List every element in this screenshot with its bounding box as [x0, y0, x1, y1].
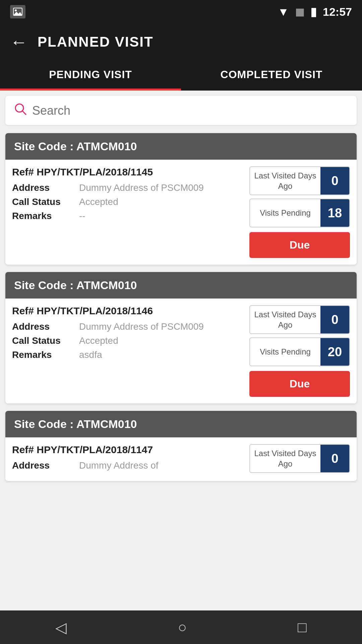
- card-row-remarks-1: Remarks --: [12, 211, 244, 221]
- remarks-value-1: --: [79, 211, 244, 221]
- card-header-2: Site Code : ATMCM010: [5, 272, 357, 299]
- cards-container: Site Code : ATMCM010 Ref# HPY/TKT/PLA/20…: [0, 130, 362, 486]
- address-value-1: Dummy Address of PSCM009: [79, 182, 244, 193]
- remarks-label-2: Remarks: [12, 350, 79, 360]
- search-input[interactable]: [32, 104, 348, 118]
- callstatus-value-1: Accepted: [79, 197, 244, 207]
- card-row-address-1: Address Dummy Address of PSCM009: [12, 182, 244, 193]
- svg-marker-2: [13, 12, 22, 15]
- nav-back-icon[interactable]: ◁: [55, 619, 67, 636]
- svg-point-1: [15, 9, 17, 11]
- card-ref-2: Ref# HPY/TKT/PLA/2018/1146: [12, 305, 244, 317]
- site-code-3: Site Code : ATMCM010: [14, 418, 137, 430]
- card-info-3: Ref# HPY/TKT/PLA/2018/1147 Address Dummy…: [12, 444, 244, 474]
- gallery-icon: [10, 5, 25, 18]
- address-label-3: Address: [12, 460, 79, 471]
- tab-pending-visit[interactable]: PENDING VISIT: [0, 60, 181, 91]
- site-code-1: Site Code : ATMCM010: [14, 140, 137, 153]
- last-visited-box-2: Last Visited Days Ago 0: [249, 305, 350, 334]
- card-info-2: Ref# HPY/TKT/PLA/2018/1146 Address Dummy…: [12, 305, 244, 397]
- last-visited-label-3: Last Visited Days Ago: [250, 445, 320, 472]
- card-ref-3: Ref# HPY/TKT/PLA/2018/1147: [12, 444, 244, 455]
- status-bar-left: [10, 5, 25, 18]
- visits-pending-box-1: Visits Pending 18: [249, 199, 350, 227]
- due-button-2[interactable]: Due: [249, 371, 350, 397]
- visits-pending-value-1: 18: [320, 199, 349, 227]
- last-visited-value-1: 0: [320, 166, 349, 195]
- last-visited-label-1: Last Visited Days Ago: [250, 168, 320, 194]
- last-visited-box-3: Last Visited Days Ago 0: [249, 444, 350, 473]
- svg-line-4: [22, 111, 26, 115]
- card-row-callstatus-1: Call Status Accepted: [12, 197, 244, 207]
- visits-pending-box-2: Visits Pending 20: [249, 337, 350, 366]
- card-header-3: Site Code : ATMCM010: [5, 411, 357, 437]
- due-button-1[interactable]: Due: [249, 232, 350, 258]
- last-visited-label-2: Last Visited Days Ago: [250, 307, 320, 333]
- callstatus-label-1: Call Status: [12, 197, 79, 207]
- header: ← PLANNED VISIT: [0, 23, 362, 60]
- visits-pending-label-1: Visits Pending: [250, 205, 320, 221]
- svg-point-3: [15, 104, 23, 112]
- back-button[interactable]: ←: [10, 33, 27, 51]
- page-title: PLANNED VISIT: [38, 34, 154, 50]
- last-visited-value-3: 0: [320, 444, 349, 473]
- card-row-remarks-2: Remarks asdfa: [12, 350, 244, 360]
- visit-card-2: Site Code : ATMCM010 Ref# HPY/TKT/PLA/20…: [5, 272, 357, 404]
- nav-recents-icon[interactable]: □: [298, 619, 307, 636]
- search-container: [5, 96, 357, 125]
- card-stats-3: Last Visited Days Ago 0: [249, 444, 350, 474]
- remarks-value-2: asdfa: [79, 350, 244, 360]
- last-visited-value-2: 0: [320, 305, 349, 334]
- address-label-1: Address: [12, 182, 79, 193]
- remarks-label-1: Remarks: [12, 211, 79, 221]
- site-code-2: Site Code : ATMCM010: [14, 279, 137, 291]
- status-bar-right: ▼ ◼ ▮ 12:57: [278, 5, 352, 18]
- card-header-1: Site Code : ATMCM010: [5, 133, 357, 160]
- battery-icon: ▮: [310, 5, 317, 18]
- card-row-callstatus-2: Call Status Accepted: [12, 335, 244, 346]
- visit-card-3: Site Code : ATMCM010 Ref# HPY/TKT/PLA/20…: [5, 411, 357, 481]
- last-visited-box-1: Last Visited Days Ago 0: [249, 166, 350, 195]
- callstatus-value-2: Accepted: [79, 335, 244, 346]
- address-label-2: Address: [12, 321, 79, 332]
- card-ref-1: Ref# HPY/TKT/PLA/2018/1145: [12, 166, 244, 178]
- search-icon: [14, 103, 27, 118]
- address-value-3: Dummy Address of: [79, 460, 244, 471]
- visits-pending-label-2: Visits Pending: [250, 344, 320, 360]
- wifi-icon: ▼: [278, 5, 289, 18]
- visit-card-1: Site Code : ATMCM010 Ref# HPY/TKT/PLA/20…: [5, 133, 357, 265]
- tabs-container: PENDING VISIT COMPLETED VISIT: [0, 60, 362, 91]
- card-info-1: Ref# HPY/TKT/PLA/2018/1145 Address Dummy…: [12, 166, 244, 258]
- callstatus-label-2: Call Status: [12, 335, 79, 346]
- card-stats-1: Last Visited Days Ago 0 Visits Pending 1…: [249, 166, 350, 258]
- tab-completed-visit[interactable]: COMPLETED VISIT: [181, 60, 362, 91]
- visits-pending-value-2: 20: [320, 337, 349, 366]
- bottom-nav: ◁ ○ □: [0, 610, 362, 644]
- card-body-2: Ref# HPY/TKT/PLA/2018/1146 Address Dummy…: [5, 299, 357, 404]
- address-value-2: Dummy Address of PSCM009: [79, 321, 244, 332]
- card-body-3: Ref# HPY/TKT/PLA/2018/1147 Address Dummy…: [5, 437, 357, 481]
- card-row-address-3: Address Dummy Address of: [12, 460, 244, 471]
- card-body-1: Ref# HPY/TKT/PLA/2018/1145 Address Dummy…: [5, 160, 357, 265]
- clock: 12:57: [323, 5, 352, 18]
- nav-home-icon[interactable]: ○: [178, 619, 187, 636]
- signal-icon: ◼: [295, 5, 304, 18]
- card-row-address-2: Address Dummy Address of PSCM009: [12, 321, 244, 332]
- card-stats-2: Last Visited Days Ago 0 Visits Pending 2…: [249, 305, 350, 397]
- status-bar: ▼ ◼ ▮ 12:57: [0, 0, 362, 23]
